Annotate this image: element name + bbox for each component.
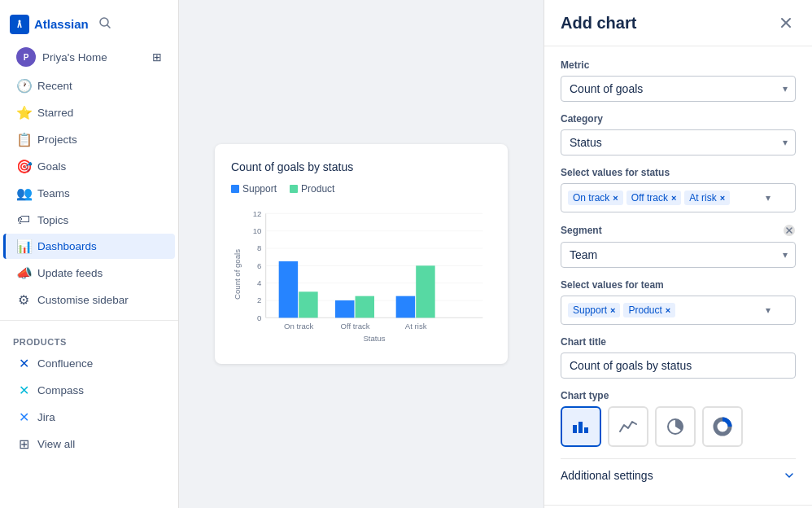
goals-icon: 🎯: [16, 159, 31, 174]
tag-product-close[interactable]: ×: [666, 305, 670, 315]
category-field-group: Category Status: [561, 113, 796, 155]
svg-text:Count of goals: Count of goals: [233, 249, 242, 300]
chevron-down-icon: [783, 469, 796, 482]
tag-ontrack-close[interactable]: ×: [613, 193, 618, 203]
sidebar-item-compass[interactable]: ✕ Compass: [3, 378, 175, 403]
legend-support: Support: [231, 183, 277, 195]
svg-text:10: 10: [253, 226, 262, 235]
atlassian-logo: Atlassian: [10, 15, 89, 34]
svg-text:8: 8: [257, 243, 261, 252]
metric-select[interactable]: Count of goals: [561, 76, 796, 102]
atlassian-logo-text: Atlassian: [34, 17, 89, 31]
sidebar-item-recent[interactable]: 🕐 Recent: [3, 73, 175, 99]
projects-icon: 📋: [16, 132, 31, 147]
chart-type-bar-button[interactable]: [561, 406, 601, 447]
chart-title-input[interactable]: [561, 353, 796, 379]
sidebar-item-label: Jira: [37, 411, 55, 423]
sidebar-item-jira[interactable]: ✕ Jira: [3, 405, 175, 430]
main-content: Count of goals by status Support Product: [179, 0, 544, 508]
sidebar: Atlassian P Priya's Home ⊞ 🕐 Recent ⭐ St…: [0, 0, 179, 508]
category-select[interactable]: Status: [561, 129, 796, 155]
sidebar-item-view-all[interactable]: ⊞ View all: [3, 431, 175, 457]
svg-text:Status: Status: [363, 334, 385, 343]
sidebar-item-goals[interactable]: 🎯 Goals: [3, 154, 175, 179]
view-all-icon: ⊞: [16, 436, 31, 452]
sidebar-item-label: Starred: [37, 107, 73, 119]
panel-header: Add chart: [544, 0, 812, 46]
sidebar-item-starred[interactable]: ⭐ Starred: [3, 100, 175, 125]
add-chart-panel: Add chart Metric Count of goals Category…: [544, 0, 812, 508]
sidebar-item-label: Topics: [37, 214, 68, 226]
category-select-wrapper: Status: [561, 129, 796, 155]
chart-preview-card: Count of goals by status Support Product: [215, 144, 508, 364]
metric-label: Metric: [561, 59, 796, 71]
bar-ontrack-support: [279, 261, 298, 318]
svg-text:On track: On track: [284, 322, 313, 331]
segment-select-wrapper: Team: [561, 242, 796, 268]
chart-title-label: Chart title: [561, 336, 796, 348]
chart-preview-title: Count of goals by status: [231, 160, 491, 173]
sidebar-item-topics[interactable]: 🏷 Topics: [3, 208, 175, 232]
sidebar-item-label: Teams: [37, 187, 70, 199]
dashboards-icon: 📊: [16, 239, 31, 254]
sidebar-item-teams[interactable]: 👥 Teams: [3, 181, 175, 206]
tag-atrisk: At risk ×: [684, 190, 730, 205]
chart-title-field-group: Chart title: [561, 336, 796, 379]
clock-icon: 🕐: [16, 78, 31, 94]
avatar: P: [16, 47, 36, 67]
segment-label: Segment: [561, 225, 602, 236]
additional-settings-label: Additional settings: [561, 469, 653, 482]
close-button[interactable]: [776, 13, 796, 33]
sidebar-item-label: Compass: [37, 384, 84, 396]
legend-support-label: Support: [242, 183, 277, 195]
teams-icon: 👥: [16, 186, 31, 201]
svg-text:At risk: At risk: [405, 322, 427, 331]
tag-atrisk-close[interactable]: ×: [720, 193, 725, 203]
bar-offtrack-support: [335, 300, 354, 318]
chart-type-line-button[interactable]: [608, 406, 648, 447]
svg-rect-31: [584, 427, 588, 433]
chart-type-pie-button[interactable]: [655, 406, 696, 447]
svg-text:2: 2: [257, 296, 261, 304]
sidebar-item-label: Dashboards: [37, 240, 97, 252]
confluence-icon: ✕: [16, 356, 31, 371]
sidebar-item-priya-home[interactable]: P Priya's Home ⊞: [3, 42, 175, 72]
sidebar-item-customise[interactable]: ⚙ Customise sidebar: [3, 287, 175, 313]
chart-legend: Support Product: [231, 183, 491, 195]
sidebar-item-label: Goals: [37, 160, 66, 173]
sidebar-item-confluence[interactable]: ✕ Confluence: [3, 351, 175, 376]
sidebar-item-projects[interactable]: 📋 Projects: [3, 127, 175, 152]
sidebar-item-label: Priya's Home: [42, 51, 107, 64]
svg-point-1: [19, 20, 21, 22]
svg-text:Off track: Off track: [340, 322, 369, 331]
donut-chart-icon: [713, 417, 732, 436]
sidebar-item-label: Customise sidebar: [37, 294, 129, 306]
team-tag-input[interactable]: Support × Product × ▾: [561, 296, 796, 325]
tag-support-close[interactable]: ×: [610, 305, 615, 315]
chart-type-section: Chart type: [561, 390, 796, 447]
compass-icon: ✕: [16, 383, 31, 398]
feeds-icon: 📣: [16, 265, 31, 281]
sidebar-item-label: View all: [37, 438, 75, 450]
sidebar-item-dashboards[interactable]: 📊 Dashboards: [3, 234, 175, 259]
legend-support-dot: [231, 185, 239, 193]
svg-text:12: 12: [253, 209, 262, 218]
legend-product-label: Product: [301, 183, 334, 195]
bar-chart-svg: 12 10 8 6 4 2 0 Count of goals: [231, 201, 491, 348]
panel-title: Add chart: [561, 14, 636, 33]
status-chevron-icon: ▾: [766, 192, 771, 204]
tag-offtrack-close[interactable]: ×: [671, 193, 676, 203]
sidebar-header: Atlassian: [0, 7, 178, 42]
additional-settings-toggle[interactable]: Additional settings: [561, 458, 796, 492]
search-button[interactable]: [95, 13, 115, 35]
sidebar-item-label: Recent: [37, 80, 72, 92]
segment-close-button[interactable]: [783, 224, 796, 237]
products-section-label: Products: [0, 327, 178, 350]
close-icon: [779, 16, 792, 29]
sidebar-item-update-feeds[interactable]: 📣 Update feeds: [3, 261, 175, 286]
svg-rect-0: [10, 15, 29, 34]
chart-type-donut-button[interactable]: [702, 406, 743, 447]
status-tag-input[interactable]: On track × Off track × At risk × ▾: [561, 183, 796, 212]
legend-product: Product: [290, 183, 334, 195]
segment-select[interactable]: Team: [561, 242, 796, 268]
